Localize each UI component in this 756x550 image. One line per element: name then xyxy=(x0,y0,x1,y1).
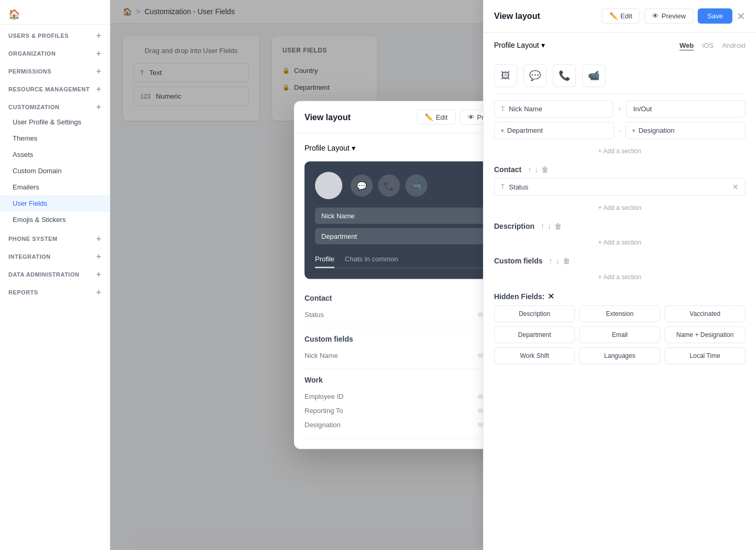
sidebar-item-emojis-stickers[interactable]: Emojis & Stickers xyxy=(0,211,110,228)
rp-nick-name-field[interactable]: T Nick Name xyxy=(494,100,613,118)
rp-layout-label[interactable]: Profile Layout ▾ xyxy=(494,41,545,49)
preview-chat-icon[interactable]: 💬 xyxy=(351,175,373,197)
expand-icon[interactable]: + xyxy=(96,234,101,244)
expand-icon[interactable]: + xyxy=(96,252,101,261)
rp-dept-row: ▾ Department - ▾ Designation xyxy=(494,122,746,139)
preview-video-icon[interactable]: 📹 xyxy=(405,175,427,197)
expand-icon[interactable]: + xyxy=(96,67,101,76)
expand-icon[interactable]: + xyxy=(96,49,101,58)
preview-avatar xyxy=(315,172,342,199)
sidebar-item-user-fields[interactable]: User Fields xyxy=(0,195,110,211)
rp-add-section-contact[interactable]: + Add a section xyxy=(494,200,746,216)
expand-icon[interactable]: + xyxy=(96,102,101,112)
rp-text-type-label: T xyxy=(501,105,505,113)
rp-edit-button[interactable]: ✏️ Edit xyxy=(602,8,640,24)
hidden-field-extension[interactable]: Extension xyxy=(579,305,660,322)
rp-status-remove-button[interactable]: ✕ xyxy=(732,183,739,191)
expand-icon[interactable]: + xyxy=(96,84,101,94)
rp-close-button[interactable]: ✕ xyxy=(737,10,746,23)
rp-tab-ios[interactable]: iOS xyxy=(702,41,714,49)
rp-field-separator: + xyxy=(617,104,622,114)
rp-image-icon[interactable]: 🖼 xyxy=(494,64,517,87)
hidden-field-description[interactable]: Description xyxy=(494,305,575,322)
rp-contact-actions: ↑ ↓ 🗑 xyxy=(528,165,549,174)
rp-custom-fields-up-button[interactable]: ↑ xyxy=(549,257,553,265)
rp-preview-button[interactable]: 👁 Preview xyxy=(644,8,694,24)
hidden-fields-collapse-icon[interactable]: ✕ xyxy=(548,291,554,301)
profile-tab-chats[interactable]: Chats in common xyxy=(345,251,398,268)
preview-reporting-to-label: Reporting To xyxy=(304,407,343,415)
rp-contact-up-button[interactable]: ↑ xyxy=(528,165,531,174)
rp-nick-name-label: Nick Name xyxy=(509,105,542,113)
sidebar-item-custom-domain[interactable]: Custom Domain xyxy=(0,163,110,179)
rp-custom-fields-down-button[interactable]: ↓ xyxy=(556,257,560,265)
right-panel-body: Profile Layout ▾ Web iOS Android 🖼 💬 📞 📹… xyxy=(484,33,756,550)
rp-contact-label: Contact xyxy=(494,165,521,174)
hidden-field-local-time[interactable]: Local Time xyxy=(665,347,746,364)
rp-description-actions: ↑ ↓ 🗑 xyxy=(541,222,562,230)
profile-tab-profile[interactable]: Profile xyxy=(315,251,334,268)
preview-department-field: Department xyxy=(315,228,491,245)
rp-custom-fields-actions: ↑ ↓ 🗑 xyxy=(549,257,570,265)
rp-description-down-button[interactable]: ↓ xyxy=(548,222,551,230)
rp-video-icon[interactable]: 📹 xyxy=(582,64,605,87)
modal-edit-button[interactable]: ✏️ Edit xyxy=(417,110,455,125)
rp-tab-android[interactable]: Android xyxy=(722,41,746,49)
hidden-field-department[interactable]: Department xyxy=(494,326,575,343)
expand-icon[interactable]: + xyxy=(96,270,101,279)
preview-call-icon[interactable]: 📞 xyxy=(378,175,400,197)
rp-add-section-custom-fields[interactable]: + Add a section xyxy=(494,269,746,285)
rp-status-type-icon: T xyxy=(501,183,505,191)
rp-platform-tabs: Web iOS Android xyxy=(679,41,746,49)
rp-status-field[interactable]: T Status ✕ xyxy=(494,178,746,196)
rp-contact-delete-button[interactable]: 🗑 xyxy=(541,165,549,174)
sidebar-item-assets[interactable]: Assets xyxy=(0,146,110,163)
hidden-fields-label: Hidden Fields: xyxy=(494,292,544,301)
expand-icon[interactable]: + xyxy=(96,288,101,297)
rp-designation-field[interactable]: ▾ Designation xyxy=(625,122,746,139)
expand-icon[interactable]: + xyxy=(96,31,101,40)
rp-description-delete-button[interactable]: 🗑 xyxy=(554,222,562,230)
hidden-field-work-shift[interactable]: Work Shift xyxy=(494,347,575,364)
modal-layout-label[interactable]: Profile Layout ▾ xyxy=(304,143,355,152)
hidden-field-vaccinated[interactable]: Vaccinated xyxy=(665,305,746,322)
rp-tab-web[interactable]: Web xyxy=(679,41,694,49)
rp-chat-icon[interactable]: 💬 xyxy=(523,64,547,87)
sidebar-header: 🏠 xyxy=(0,0,110,25)
rp-call-icon[interactable]: 📞 xyxy=(553,64,576,87)
rp-save-button[interactable]: Save xyxy=(698,8,732,24)
rp-desig-chevron-icon: ▾ xyxy=(632,127,635,134)
hidden-field-email[interactable]: Email xyxy=(579,326,660,343)
sidebar-item-phone-system: PHONE SYSTEM + xyxy=(0,228,110,246)
rp-add-section-description[interactable]: + Add a section xyxy=(494,235,746,250)
preview-employee-id-label: Employee ID xyxy=(304,393,343,400)
sidebar-item-emailers[interactable]: Emailers xyxy=(0,179,110,195)
rp-status-row: T Status ✕ xyxy=(494,178,746,196)
rp-nick-name-row: T Nick Name + In/Out xyxy=(494,100,746,118)
sidebar-item-organization: ORGANIZATION + xyxy=(0,43,110,60)
hidden-field-languages[interactable]: Languages xyxy=(579,347,660,364)
rp-custom-fields-label: Custom fields xyxy=(494,257,543,265)
rp-designation-label: Designation xyxy=(638,126,675,134)
sidebar-item-themes[interactable]: Themes xyxy=(0,130,110,146)
sidebar-item-data-administration: DATA ADMINISTRATION + xyxy=(0,263,110,281)
hidden-fields-header: Hidden Fields: ✕ xyxy=(494,285,746,305)
rp-layout-row: Profile Layout ▾ Web iOS Android xyxy=(494,41,746,49)
rp-contact-down-button[interactable]: ↓ xyxy=(534,165,538,174)
right-panel: View layout ✏️ Edit 👁 Preview Save ✕ Pro… xyxy=(483,0,756,550)
rp-status-label: Status xyxy=(509,183,528,191)
rp-in-out-label: In/Out xyxy=(633,105,652,113)
rp-description-up-button[interactable]: ↑ xyxy=(541,222,544,230)
hidden-fields-grid: Description Extension Vaccinated Departm… xyxy=(494,305,746,364)
rp-custom-fields-delete-button[interactable]: 🗑 xyxy=(563,257,570,265)
rp-add-section-top[interactable]: + Add a section xyxy=(494,143,746,159)
rp-department-field[interactable]: ▾ Department xyxy=(494,122,614,139)
sidebar: 🏠 USERS & PROFILES + ORGANIZATION + PERM… xyxy=(0,0,110,550)
sidebar-item-user-profile-settings[interactable]: User Profile & Settings xyxy=(0,114,110,130)
hidden-field-name-designation[interactable]: Name + Designation xyxy=(665,326,746,343)
rp-custom-fields-section: Custom fields ↑ ↓ 🗑 xyxy=(494,250,746,269)
preview-nick-name-label: Nick Name xyxy=(304,352,338,359)
rp-contact-section: Contact ↑ ↓ 🗑 xyxy=(494,159,746,178)
rp-in-out-field[interactable]: In/Out xyxy=(626,100,746,118)
right-panel-actions: ✏️ Edit 👁 Preview Save ✕ xyxy=(602,8,746,24)
